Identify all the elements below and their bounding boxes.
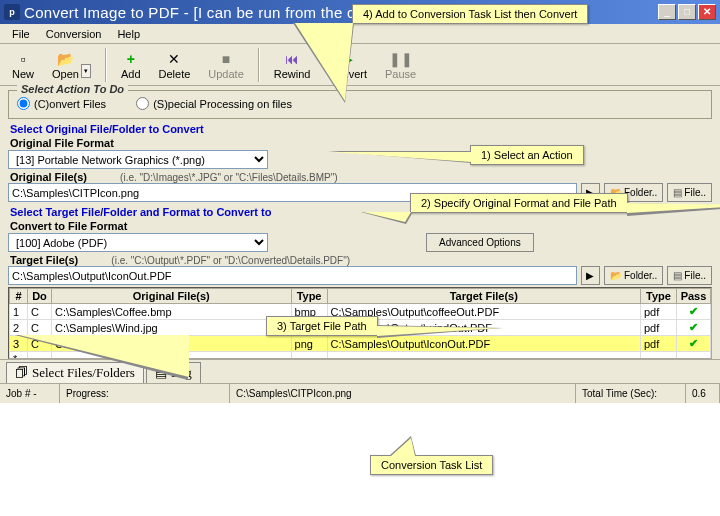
file-icon: ▤ (673, 187, 682, 198)
col-target[interactable]: Target File(s) (327, 289, 640, 304)
col-type2[interactable]: Type (641, 289, 677, 304)
toolbar-separator (105, 48, 107, 82)
target-folder-button[interactable]: 📂Folder.. (604, 266, 663, 285)
callout-task-list: Conversion Task List (370, 455, 493, 475)
col-type[interactable]: Type (291, 289, 327, 304)
target-go-button[interactable]: ▶ (581, 266, 600, 285)
toolbar-separator (258, 48, 260, 82)
target-file-button[interactable]: ▤File.. (667, 266, 712, 285)
orig-format-label: Original File Format (10, 137, 712, 149)
target-format-select[interactable]: [100] Adobe (PDF) (8, 233, 268, 252)
status-progress: Progress: (60, 384, 230, 403)
orig-files-label: Original File(s) (10, 171, 87, 183)
orig-header: Select Original File/Folder to Convert (10, 123, 712, 135)
delete-button[interactable]: ✕Delete (151, 48, 199, 82)
add-icon: + (127, 50, 135, 68)
update-icon: ■ (222, 50, 230, 68)
minimize-button[interactable]: _ (658, 4, 676, 20)
action-legend: Select Action To Do (17, 83, 128, 95)
status-bar: Job # - Progress: C:\Samples\CITPIcon.pn… (0, 383, 720, 403)
col-orig[interactable]: Original File(s) (52, 289, 292, 304)
orig-files-hint: (i.e. "D:\Images\*.JPG" or "C:\Files\Det… (120, 172, 338, 183)
toolbar: ▫New 📂Open▾ +Add ✕Delete ■Update ⏮Rewind… (0, 44, 720, 86)
pause-icon: ❚❚ (389, 50, 413, 68)
new-icon: ▫ (21, 50, 26, 68)
target-files-input[interactable] (8, 266, 577, 285)
update-button[interactable]: ■Update (200, 48, 251, 82)
convert-files-radio-input[interactable] (17, 97, 30, 110)
advanced-options-button[interactable]: Advanced Options (426, 233, 534, 252)
folder-icon: 📂 (610, 270, 622, 281)
menu-conversion[interactable]: Conversion (38, 26, 110, 42)
col-do[interactable]: Do (28, 289, 52, 304)
open-icon: 📂 (57, 50, 74, 68)
callout-specify-original: 2) Specify Original Format and File Path (410, 193, 628, 213)
special-processing-radio-input[interactable] (136, 97, 149, 110)
add-button[interactable]: +Add (113, 48, 149, 82)
play-icon: ▶ (586, 270, 594, 281)
target-files-label: Target File(s) (10, 254, 78, 266)
orig-file-button[interactable]: ▤File.. (667, 183, 712, 202)
open-button[interactable]: 📂Open▾ (44, 48, 99, 82)
maximize-button[interactable]: □ (678, 4, 696, 20)
status-time-label: Total Time (Sec): (576, 384, 686, 403)
target-files-hint: (i.e. "C:\Output\*.PDF" or "D:\Converted… (111, 255, 350, 266)
status-time-value: 0.6 (686, 384, 720, 403)
open-dropdown-icon[interactable]: ▾ (81, 64, 91, 78)
callout-target-path: 3) Target File Path (266, 316, 378, 336)
col-pass[interactable]: Pass (677, 289, 711, 304)
convert-files-radio[interactable]: (C)onvert Files (17, 97, 106, 110)
file-icon: ▤ (673, 270, 682, 281)
menu-file[interactable]: File (4, 26, 38, 42)
col-num[interactable]: # (10, 289, 28, 304)
callout-select-action: 1) Select an Action (470, 145, 584, 165)
delete-icon: ✕ (168, 50, 180, 68)
app-icon: p (4, 4, 20, 20)
menu-bar: File Conversion Help (0, 24, 720, 44)
status-job: Job # - (0, 384, 60, 403)
new-button[interactable]: ▫New (4, 48, 42, 82)
pause-button[interactable]: ❚❚Pause (377, 48, 424, 82)
special-processing-radio[interactable]: (S)pecial Processing on files (136, 97, 292, 110)
menu-help[interactable]: Help (109, 26, 148, 42)
close-button[interactable]: ✕ (698, 4, 716, 20)
orig-format-select[interactable]: [13] Portable Network Graphics (*.png) (8, 150, 268, 169)
status-path: C:\Samples\CITPIcon.png (230, 384, 576, 403)
action-group: Select Action To Do (C)onvert Files (S)p… (8, 90, 712, 119)
callout-add-convert: 4) Add to Conversion Task List then Conv… (352, 4, 588, 24)
